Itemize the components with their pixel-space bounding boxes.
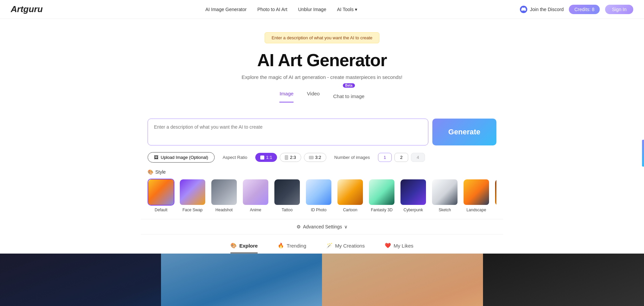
logo[interactable]: Artguru — [11, 4, 43, 14]
explore-icon: 🎨 — [230, 243, 237, 249]
prompt-input[interactable] — [148, 119, 428, 145]
style-grid: Default Face Swap Headshot Anime — [148, 179, 496, 214]
style-fantasy[interactable]: Fantasty 3D — [368, 179, 395, 212]
gallery-tab-my-likes[interactable]: ❤️ My Likes — [385, 243, 413, 253]
aspect-ratio-label: Aspect Ratio — [223, 155, 248, 160]
count-2[interactable]: 2 — [394, 153, 408, 162]
style-icon: 🎨 — [148, 169, 153, 175]
tab-video[interactable]: Video — [307, 88, 320, 102]
style-sketch[interactable]: Sketch — [431, 179, 458, 212]
count-1[interactable]: 1 — [378, 153, 392, 162]
prompt-row: Generate — [148, 119, 496, 145]
gallery-tab-my-creations[interactable]: 🪄 My Creations — [326, 243, 365, 253]
credits-button[interactable]: Credits: 8 — [569, 5, 600, 14]
gallery-item-4[interactable] — [483, 254, 644, 306]
chevron-down-icon: ∨ — [344, 224, 347, 229]
my-likes-icon: ❤️ — [385, 243, 391, 249]
generator-area: Generate 🖼 Upload Image (Optional) Aspec… — [141, 109, 503, 214]
style-oilpainting[interactable]: Oil Painting — [494, 179, 496, 212]
style-section: 🎨 Style Default Face Swap Headshot — [148, 169, 496, 214]
trending-icon: 🔥 — [278, 243, 284, 249]
aspect-landscape-icon — [309, 156, 314, 159]
nav-ai-tools[interactable]: AI Tools ▾ — [337, 7, 358, 12]
style-faceswap[interactable]: Face Swap — [179, 179, 206, 212]
gallery-tabs: 🎨 Explore 🔥 Trending 🪄 My Creations ❤️ M… — [0, 234, 644, 254]
mode-tabs: Image Video Beta Chat to image — [7, 88, 637, 102]
controls-row: 🖼 Upload Image (Optional) Aspect Ratio 1… — [148, 152, 496, 163]
my-creations-icon: 🪄 — [326, 243, 333, 249]
count-4[interactable]: 4 — [411, 153, 425, 162]
discord-icon — [520, 6, 527, 13]
generate-button[interactable]: Generate — [432, 119, 496, 145]
nav-photo-to-ai-art[interactable]: Photo to AI Art — [257, 7, 287, 12]
signin-button[interactable]: Sign In — [605, 5, 633, 14]
aspect-3-2[interactable]: 3:2 — [304, 153, 326, 162]
style-cyberpunk[interactable]: Cyberpunk — [400, 179, 427, 212]
style-landscape[interactable]: Landscape — [463, 179, 490, 212]
sidebar-accent — [642, 140, 644, 167]
hero-notice: Enter a description of what you want the… — [265, 32, 380, 43]
count-label: Number of images — [334, 155, 370, 160]
gallery-item-1[interactable] — [0, 254, 161, 306]
settings-icon: ⚙ — [297, 224, 301, 229]
nav-ai-image-generator[interactable]: AI Image Generator — [205, 7, 247, 12]
gallery-item-2[interactable] — [161, 254, 322, 306]
style-idphoto[interactable]: ID Photo — [305, 179, 332, 212]
page-title: AI Art Generator — [7, 50, 637, 70]
main-section: Generate 🖼 Upload Image (Optional) Aspec… — [0, 109, 644, 306]
aspect-square-icon — [260, 156, 264, 160]
style-headshot[interactable]: Headshot — [211, 179, 237, 212]
header-actions: Join the Discord Credits: 8 Sign In — [520, 5, 633, 14]
chevron-down-icon: ▾ — [355, 7, 357, 12]
header: Artguru AI Image Generator Photo to AI A… — [0, 0, 644, 19]
beta-badge: Beta — [343, 83, 355, 88]
tab-chat-to-image[interactable]: Beta Chat to image — [333, 88, 364, 102]
hero-section: Enter a description of what you want the… — [0, 19, 644, 109]
aspect-ratio-options: 1:1 2:3 3:2 — [255, 153, 326, 162]
style-label: 🎨 Style — [148, 169, 496, 175]
style-tattoo[interactable]: Tattoo — [274, 179, 301, 212]
upload-icon: 🖼 — [154, 155, 158, 160]
gallery-tab-trending[interactable]: 🔥 Trending — [278, 243, 306, 253]
count-options: 1 2 4 — [378, 153, 425, 162]
style-anime[interactable]: Anime — [242, 179, 269, 212]
gallery-tab-explore[interactable]: 🎨 Explore — [230, 243, 258, 253]
upload-image-button[interactable]: 🖼 Upload Image (Optional) — [148, 152, 215, 163]
discord-button[interactable]: Join the Discord — [520, 6, 564, 13]
aspect-2-3[interactable]: 2:3 — [280, 153, 301, 162]
nav-unblur-image[interactable]: Unblur Image — [298, 7, 326, 12]
tab-image[interactable]: Image — [279, 88, 293, 102]
style-cartoon[interactable]: Cartoon — [337, 179, 364, 212]
advanced-settings-toggle[interactable]: ⚙ Advanced Settings ∨ — [141, 219, 503, 234]
style-default[interactable]: Default — [148, 179, 174, 212]
main-nav: AI Image Generator Photo to AI Art Unblu… — [205, 7, 357, 12]
aspect-portrait-icon — [285, 155, 288, 160]
gallery-grid — [0, 254, 644, 306]
aspect-1-1[interactable]: 1:1 — [255, 153, 277, 162]
hero-subtitle: Explore the magic of AI art generation -… — [7, 74, 637, 80]
gallery-item-3[interactable] — [322, 254, 483, 306]
